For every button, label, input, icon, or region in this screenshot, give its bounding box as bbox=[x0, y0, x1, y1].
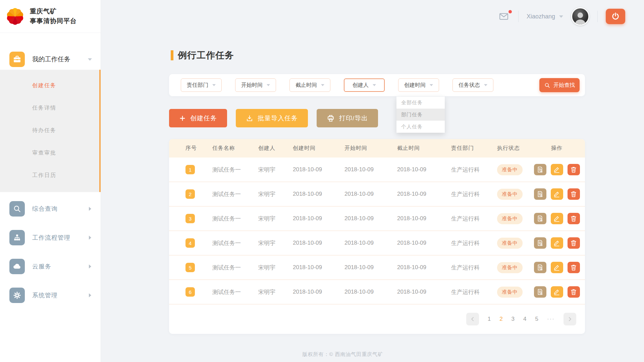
created-date: 2018-10-09 bbox=[293, 289, 344, 295]
task-name: 测试任务一 bbox=[212, 264, 258, 272]
delete-task-button[interactable] bbox=[568, 213, 580, 224]
table-row: 3 测试任务一 宋明宇 2018-10-09 2018-10-09 2018-1… bbox=[169, 206, 585, 231]
sidebar-item-workflow-management[interactable]: 工作流程管理 bbox=[0, 228, 101, 248]
briefcase-icon bbox=[9, 52, 25, 67]
status-badge: 准备中 bbox=[497, 262, 523, 273]
edit-task-button[interactable] bbox=[551, 164, 563, 175]
avatar[interactable] bbox=[571, 7, 589, 25]
edit-task-button[interactable] bbox=[551, 188, 563, 200]
import-icon bbox=[246, 115, 253, 122]
filter-select-deadline[interactable]: 截止时间 bbox=[289, 78, 330, 92]
view-task-button[interactable] bbox=[534, 188, 546, 200]
action-button-row: 创建任务 批量导入任务 打印/导出 bbox=[169, 109, 378, 127]
view-task-button[interactable] bbox=[534, 286, 546, 298]
page-number-active[interactable]: 2 bbox=[499, 316, 502, 322]
created-date: 2018-10-09 bbox=[293, 240, 344, 246]
col-header-created: 创建时间 bbox=[293, 145, 344, 152]
user-menu[interactable]: Xiaozhang bbox=[527, 13, 563, 20]
filter-select-creator[interactable]: 创建人 bbox=[344, 78, 385, 92]
dropdown-item-personal-tasks[interactable]: 个人任务 bbox=[396, 121, 445, 133]
create-task-button[interactable]: 创建任务 bbox=[169, 109, 227, 127]
chevron-down-icon bbox=[559, 15, 563, 18]
sidebar-item-label: 工作流程管理 bbox=[32, 234, 82, 242]
view-task-button[interactable] bbox=[534, 237, 546, 249]
trash-icon bbox=[570, 215, 577, 222]
mail-button[interactable] bbox=[497, 11, 510, 21]
logout-power-button[interactable] bbox=[606, 9, 625, 24]
edit-task-button[interactable] bbox=[551, 237, 563, 249]
divider bbox=[518, 11, 519, 22]
doc-search-icon bbox=[536, 166, 544, 173]
edit-task-button[interactable] bbox=[551, 262, 563, 273]
dropdown-item-dept-tasks[interactable]: 部门任务 bbox=[396, 109, 445, 121]
magnifier-icon bbox=[544, 82, 550, 88]
page-number[interactable]: 3 bbox=[512, 316, 515, 322]
col-header-actions: 操作 bbox=[529, 145, 585, 152]
view-task-button[interactable] bbox=[534, 164, 546, 175]
start-date: 2018-10-09 bbox=[344, 166, 397, 173]
search-icon bbox=[9, 201, 25, 217]
sidebar-item-label: 系统管理 bbox=[32, 291, 82, 299]
task-table: 序号 任务名称 创建人 创建时间 开始时间 截止时间 责任部门 执行状态 操作 … bbox=[169, 139, 585, 334]
search-button[interactable]: 开始查找 bbox=[539, 78, 580, 92]
sidebar: 重庆气矿 事事清协同平台 我的工作任务 创建任务 任务详情 待办任务 审查审批 … bbox=[0, 0, 101, 362]
print-export-button[interactable]: 打印/导出 bbox=[317, 109, 378, 127]
row-number-badge: 6 bbox=[185, 287, 195, 297]
start-date: 2018-10-09 bbox=[344, 191, 397, 197]
task-name: 测试任务一 bbox=[212, 215, 258, 223]
submenu-item-task-detail[interactable]: 任务详情 bbox=[0, 97, 99, 119]
filter-label: 创建人 bbox=[353, 82, 369, 89]
filter-select-start-time[interactable]: 开始时间 bbox=[235, 78, 276, 92]
delete-task-button[interactable] bbox=[568, 286, 580, 298]
start-date: 2018-10-09 bbox=[344, 289, 397, 295]
page-ellipsis: ··· bbox=[547, 316, 555, 322]
filter-select-task-status[interactable]: 任务状态 bbox=[452, 78, 493, 92]
edit-task-button[interactable] bbox=[551, 213, 563, 224]
created-date: 2018-10-09 bbox=[293, 264, 344, 271]
page-number[interactable]: 1 bbox=[488, 316, 491, 322]
sidebar-item-cloud-services[interactable]: 云服务 bbox=[0, 256, 101, 277]
dropdown-item-all-tasks[interactable]: 全部任务 bbox=[396, 97, 445, 109]
sidebar-item-my-tasks[interactable]: 我的工作任务 bbox=[0, 50, 101, 69]
filter-select-responsible-dept[interactable]: 责任部门 bbox=[181, 78, 222, 92]
pagination-prev-button[interactable] bbox=[466, 313, 479, 325]
submenu-item-work-calendar[interactable]: 工作日历 bbox=[0, 164, 99, 187]
department: 生产运行科 bbox=[451, 288, 497, 296]
pagination-next-button[interactable] bbox=[564, 313, 576, 325]
sidebar-item-label: 综合查询 bbox=[32, 205, 82, 213]
submenu-item-review-approval[interactable]: 审查审批 bbox=[0, 142, 99, 164]
filter-select-create-time[interactable]: 创建时间 bbox=[398, 78, 439, 92]
task-name: 测试任务一 bbox=[212, 288, 258, 296]
delete-task-button[interactable] bbox=[568, 164, 580, 175]
page-number[interactable]: 4 bbox=[523, 316, 526, 322]
gear-icon bbox=[9, 288, 25, 303]
filter-label: 开始时间 bbox=[241, 82, 263, 89]
col-header-task-name: 任务名称 bbox=[212, 145, 258, 152]
col-header-deadline: 截止时间 bbox=[397, 145, 451, 152]
edit-task-button[interactable] bbox=[551, 286, 563, 298]
delete-task-button[interactable] bbox=[568, 262, 580, 273]
petro-flower-logo-icon bbox=[5, 6, 25, 26]
trash-icon bbox=[570, 239, 577, 247]
sidebar-item-comprehensive-query[interactable]: 综合查询 bbox=[0, 199, 101, 219]
submenu-item-create-task[interactable]: 创建任务 bbox=[0, 74, 99, 97]
search-button-label: 开始查找 bbox=[553, 82, 575, 89]
submenu-item-todo-tasks[interactable]: 待办任务 bbox=[0, 119, 99, 142]
brand-block: 重庆气矿 事事清协同平台 bbox=[0, 0, 101, 33]
row-number-badge: 1 bbox=[185, 165, 195, 174]
pencil-icon bbox=[553, 190, 560, 198]
delete-task-button[interactable] bbox=[568, 237, 580, 249]
delete-task-button[interactable] bbox=[568, 188, 580, 200]
batch-import-button[interactable]: 批量导入任务 bbox=[236, 109, 308, 127]
chevron-right-icon bbox=[89, 293, 91, 297]
sidebar-item-system-management[interactable]: 系统管理 bbox=[0, 285, 101, 305]
page-title-row: 例行工作任务 bbox=[171, 49, 234, 61]
chevron-left-icon bbox=[469, 316, 476, 322]
trash-icon bbox=[570, 190, 577, 198]
chevron-down-icon bbox=[212, 84, 216, 86]
creator: 宋明宇 bbox=[258, 166, 293, 174]
page-number[interactable]: 5 bbox=[535, 316, 538, 322]
view-task-button[interactable] bbox=[534, 262, 546, 273]
sidebar-item-label: 云服务 bbox=[32, 262, 82, 270]
view-task-button[interactable] bbox=[534, 213, 546, 224]
